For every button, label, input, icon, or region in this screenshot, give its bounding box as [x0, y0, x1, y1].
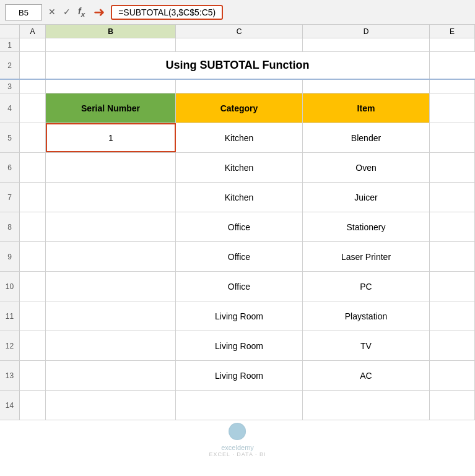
row-num-3: 3 [0, 80, 20, 93]
row-num-9: 9 [0, 242, 20, 271]
cell-c5[interactable]: Kitchen [176, 123, 303, 152]
cell-a10[interactable] [20, 272, 46, 301]
cell-b5[interactable]: 1 [46, 123, 176, 152]
arrow-icon: ➜ [94, 4, 105, 20]
title-cell[interactable]: Using SUBTOTAL Function [46, 52, 430, 79]
col-header-a[interactable]: A [20, 25, 46, 38]
cell-c11[interactable]: Living Room [176, 301, 303, 331]
cell-e5[interactable] [430, 123, 475, 152]
cell-c13[interactable]: Living Room [176, 361, 303, 390]
cell-c8[interactable]: Office [176, 212, 303, 241]
cell-b8[interactable] [46, 212, 176, 241]
col-header-b[interactable]: B [46, 25, 176, 38]
cell-c9[interactable]: Office [176, 242, 303, 271]
row-num-10: 10 [0, 272, 20, 301]
cell-e10[interactable] [430, 272, 475, 301]
cell-b11[interactable] [46, 301, 176, 331]
col-header-e[interactable]: E [430, 25, 475, 38]
row-num-6: 6 [0, 153, 20, 182]
cell-reference-box[interactable]: B5 [5, 4, 42, 20]
row-6: 6 Kitchen Oven [0, 153, 475, 183]
row-num-14: 14 [0, 391, 20, 420]
col-header-c[interactable]: C [176, 25, 303, 38]
row-12: 12 Living Room TV [0, 331, 475, 361]
insert-function-icon[interactable]: fx [76, 5, 87, 19]
spreadsheet-grid: 1 2 Using SUBTOTAL Function 3 4 Serial N… [0, 38, 475, 123]
row-10: 10 Office PC [0, 272, 475, 301]
cell-d3[interactable] [303, 80, 430, 93]
cell-e13[interactable] [430, 361, 475, 390]
row-num-1: 1 [0, 38, 20, 51]
cell-e9[interactable] [430, 242, 475, 271]
cell-c12[interactable]: Living Room [176, 331, 303, 360]
cell-a5[interactable] [20, 123, 46, 152]
cell-d12[interactable]: TV [303, 331, 430, 360]
cell-e7[interactable] [430, 183, 475, 212]
row-num-11: 11 [0, 301, 20, 331]
cell-b10[interactable] [46, 272, 176, 301]
cell-a6[interactable] [20, 153, 46, 182]
cell-d10[interactable]: PC [303, 272, 430, 301]
cell-d5[interactable]: Blender [303, 123, 430, 152]
cell-e12[interactable] [430, 331, 475, 360]
cell-b3[interactable] [46, 80, 176, 93]
row-5: 5 1 Kitchen Blender [0, 123, 475, 153]
cell-b14[interactable] [46, 391, 176, 420]
cell-b13[interactable] [46, 361, 176, 390]
watermark-icon [229, 423, 246, 440]
cell-a8[interactable] [20, 212, 46, 241]
header-serial-number[interactable]: Serial Number [46, 93, 176, 123]
cell-a9[interactable] [20, 242, 46, 271]
cell-c1[interactable] [176, 38, 303, 51]
cell-a14[interactable] [20, 391, 46, 420]
cell-e14[interactable] [430, 391, 475, 420]
row-14: 14 [0, 391, 475, 420]
cell-e6[interactable] [430, 153, 475, 182]
cell-d14[interactable] [303, 391, 430, 420]
cell-e8[interactable] [430, 212, 475, 241]
cell-d6[interactable]: Oven [303, 153, 430, 182]
cell-b6[interactable] [46, 153, 176, 182]
cell-a3[interactable] [20, 80, 46, 93]
cell-a4[interactable] [20, 93, 46, 123]
confirm-icon[interactable]: ✓ [61, 6, 73, 18]
row-3: 3 [0, 80, 475, 93]
cell-a2[interactable] [20, 52, 46, 79]
cell-a1[interactable] [20, 38, 46, 51]
cell-b7[interactable] [46, 183, 176, 212]
cell-b1[interactable] [46, 38, 176, 51]
col-header-d[interactable]: D [303, 25, 430, 38]
row-13: 13 Living Room AC [0, 361, 475, 391]
cell-c10[interactable]: Office [176, 272, 303, 301]
cell-a12[interactable] [20, 331, 46, 360]
row-8: 8 Office Stationery [0, 212, 475, 242]
formula-display[interactable]: =SUBTOTAL(3,$C$5:C5) [111, 5, 223, 20]
cell-b12[interactable] [46, 331, 176, 360]
cell-c7[interactable]: Kitchen [176, 183, 303, 212]
cell-d7[interactable]: Juicer [303, 183, 430, 212]
cancel-icon[interactable]: ✕ [46, 6, 58, 18]
cell-a7[interactable] [20, 183, 46, 212]
cell-d11[interactable]: Playstation [303, 301, 430, 331]
cell-e1[interactable] [430, 38, 475, 51]
cell-c6[interactable]: Kitchen [176, 153, 303, 182]
cell-c14[interactable] [176, 391, 303, 420]
row-1: 1 [0, 38, 475, 52]
row-num-7: 7 [0, 183, 20, 212]
cell-d13[interactable]: AC [303, 361, 430, 390]
cell-d8[interactable]: Stationery [303, 212, 430, 241]
header-item[interactable]: Item [303, 93, 430, 123]
header-category[interactable]: Category [176, 93, 303, 123]
cell-e3[interactable] [430, 80, 475, 93]
cell-d1[interactable] [303, 38, 430, 51]
cell-b9[interactable] [46, 242, 176, 271]
cell-a13[interactable] [20, 361, 46, 390]
cell-c3[interactable] [176, 80, 303, 93]
corner-header [0, 25, 20, 38]
row-7: 7 Kitchen Juicer [0, 183, 475, 212]
cell-a11[interactable] [20, 301, 46, 331]
cell-d9[interactable]: Laser Printer [303, 242, 430, 271]
formula-icons: ✕ ✓ fx [46, 5, 87, 19]
cell-e11[interactable] [430, 301, 475, 331]
cell-e4[interactable] [430, 93, 475, 123]
